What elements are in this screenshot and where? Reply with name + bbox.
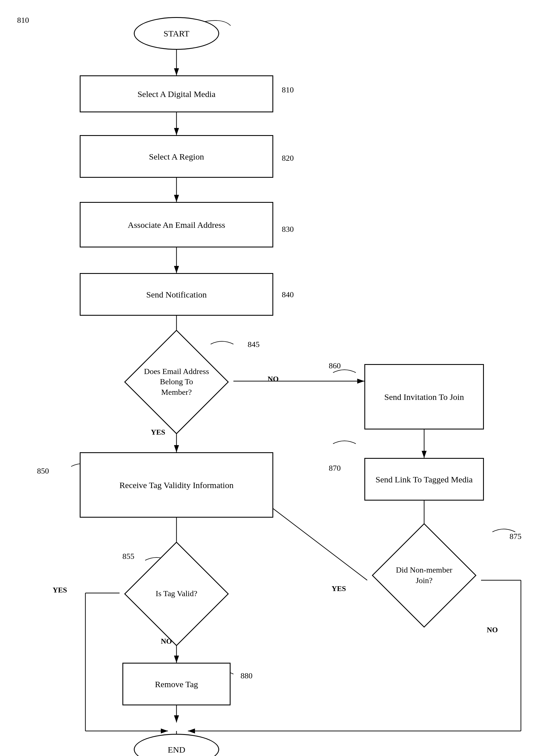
send-link-label: Send Link To Tagged Media (376, 474, 472, 485)
flow-label-no1: NO (267, 375, 279, 383)
does-email-belong-text: Does Email Address Belong To Member? (144, 366, 209, 397)
end-ellipse: END (134, 734, 219, 756)
select-region-label: Select A Region (149, 151, 204, 162)
end-label: END (168, 744, 185, 755)
flow-label-yes2: YES (53, 586, 67, 594)
ref-label-810-box: 810 (282, 85, 294, 94)
ref-label-850: 850 (37, 467, 49, 475)
flow-label-no3: NO (487, 626, 498, 634)
send-notification-label: Send Notification (146, 289, 207, 300)
receive-tag-label: Receive Tag Validity Information (120, 479, 234, 491)
send-invitation-box: Send Invitation To Join (364, 364, 484, 429)
flow-label-yes3: YES (332, 584, 346, 593)
diagram-container: 810 START Select A Digital Media 810 Sel… (0, 0, 534, 756)
is-tag-valid-text: Is Tag Valid? (148, 588, 205, 599)
ref-label-870: 870 (329, 464, 341, 473)
select-digital-media-label: Select A Digital Media (137, 89, 215, 99)
ref-label-845: 845 (248, 340, 260, 349)
ref-label-830: 830 (282, 225, 294, 234)
does-email-belong-diamond-wrapper: Does Email Address Belong To Member? (91, 340, 262, 424)
remove-tag-box: Remove Tag (123, 663, 231, 705)
select-region-box: Select A Region (80, 135, 273, 178)
send-notification-box: Send Notification (80, 273, 273, 316)
flow-label-yes1: YES (151, 428, 165, 437)
associate-email-label: Associate An Email Address (128, 219, 225, 230)
ref-label-880: 880 (240, 671, 252, 680)
is-tag-valid-diamond-wrapper: Is Tag Valid? (91, 552, 262, 636)
select-digital-media-box: Select A Digital Media (80, 75, 273, 112)
ref-label-855: 855 (123, 552, 134, 561)
receive-tag-box: Receive Tag Validity Information (80, 452, 273, 518)
flow-label-no2: NO (161, 637, 172, 646)
associate-email-box: Associate An Email Address (80, 202, 273, 248)
ref-label-810-top: 810 (17, 16, 29, 25)
ref-label-840: 840 (282, 290, 294, 299)
remove-tag-label: Remove Tag (155, 679, 198, 690)
send-link-box: Send Link To Tagged Media (364, 458, 484, 500)
ref-label-875: 875 (510, 532, 521, 541)
ref-label-820: 820 (282, 153, 294, 163)
did-nonmember-join-text: Did Non-member Join? (396, 565, 453, 586)
send-invitation-label: Send Invitation To Join (384, 392, 464, 402)
ref-label-860: 860 (329, 361, 341, 370)
start-label: START (164, 28, 189, 39)
start-ellipse: START (134, 17, 219, 50)
did-nonmember-join-diamond-wrapper: Did Non-member Join? (339, 533, 510, 617)
